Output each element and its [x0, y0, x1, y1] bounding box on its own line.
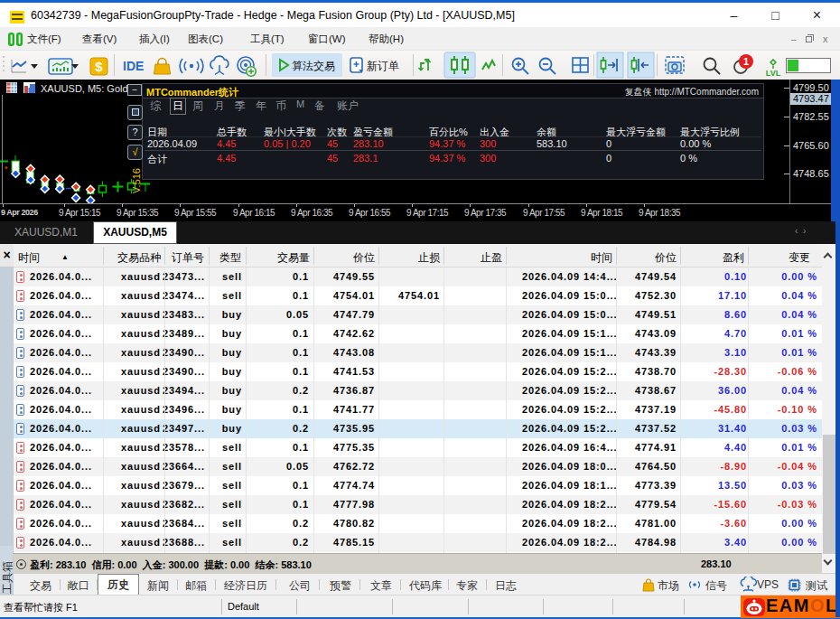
svg-text:LVL: LVL	[766, 69, 781, 78]
svg-text:$: $	[95, 59, 103, 74]
svg-text:1: 1	[743, 56, 749, 67]
svg-text:IDE: IDE	[123, 59, 144, 73]
svg-text:V.516: V.516	[131, 168, 142, 193]
